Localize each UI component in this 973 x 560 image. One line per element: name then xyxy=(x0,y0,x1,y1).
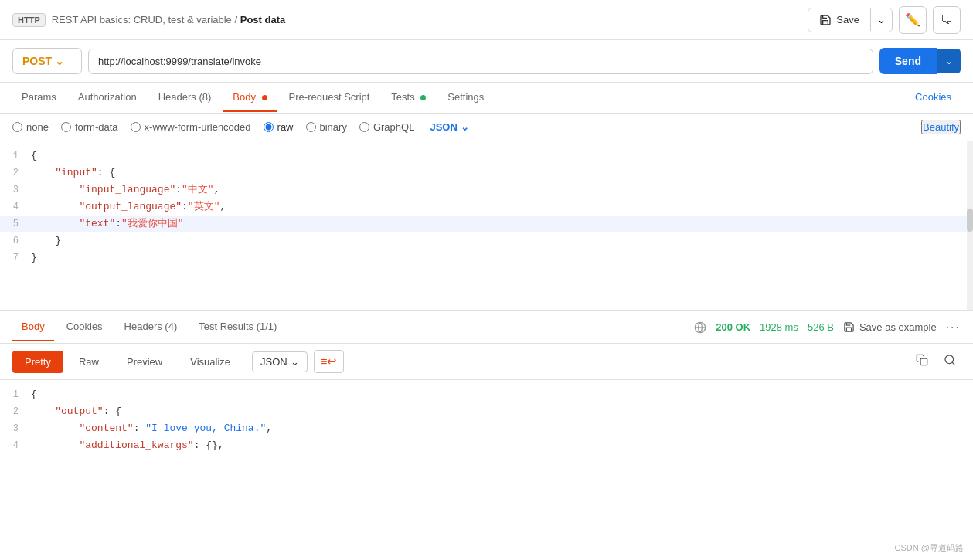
breadcrumb-sep: / xyxy=(234,14,240,25)
request-tabs: Params Authorization Headers (8) Body Pr… xyxy=(0,83,973,114)
send-button[interactable]: Send xyxy=(879,48,937,74)
method-selector[interactable]: POST ⌄ xyxy=(12,48,82,74)
resp-code-line-1: 1 { xyxy=(0,386,973,403)
http-badge: HTTP xyxy=(12,13,46,27)
response-tab-body[interactable]: Body xyxy=(12,313,54,341)
top-bar-right: Save ⌄ ✏️ 🗨 xyxy=(808,6,961,34)
response-panel: Body Cookies Headers (4) Test Results (1… xyxy=(0,311,973,473)
code-line-1: 1 { xyxy=(0,148,973,165)
save-example-label: Save as example xyxy=(859,321,937,333)
body-type-bar: none form-data x-www-form-urlencoded raw… xyxy=(0,114,973,141)
save-icon xyxy=(819,14,832,26)
body-type-none[interactable]: none xyxy=(12,121,49,133)
code-line-7: 7 } xyxy=(0,249,973,266)
resp-tab-raw[interactable]: Raw xyxy=(66,351,111,373)
request-body-editor[interactable]: 1 { 2 "input": { 3 "input_language":"中文"… xyxy=(0,141,973,311)
comment-icon: 🗨 xyxy=(941,13,953,27)
tab-headers[interactable]: Headers (8) xyxy=(149,83,221,112)
tab-authorization[interactable]: Authorization xyxy=(69,83,146,112)
top-bar-left: HTTP REST API basics: CRUD, test & varia… xyxy=(12,13,285,27)
breadcrumb-parent: REST API basics: CRUD, test & variable xyxy=(52,14,232,25)
body-type-form-data[interactable]: form-data xyxy=(61,121,118,133)
response-json-label: JSON xyxy=(260,356,287,368)
svg-line-4 xyxy=(952,362,954,365)
save-as-example-button[interactable]: Save as example xyxy=(843,321,937,333)
resp-code-line-3: 3 "content": "I love you, China.", xyxy=(0,420,973,437)
body-type-raw[interactable]: raw xyxy=(264,121,294,133)
tab-tests[interactable]: Tests xyxy=(382,83,435,112)
send-dropdown-button[interactable]: ⌄ xyxy=(937,49,961,73)
breadcrumb: REST API basics: CRUD, test & variable /… xyxy=(52,14,286,25)
save-example-icon xyxy=(843,321,855,333)
editor-scrollbar[interactable] xyxy=(967,141,973,310)
copy-response-button[interactable] xyxy=(911,351,933,372)
code-line-5: 5 "text":"我爱你中国" xyxy=(0,216,973,232)
wrap-button[interactable]: ≡↩ xyxy=(314,350,345,373)
response-time: 1928 ms xyxy=(760,321,798,333)
json-format-selector[interactable]: JSON ⌄ xyxy=(430,121,468,133)
json-chevron-icon: ⌄ xyxy=(461,121,469,133)
response-actions xyxy=(911,351,961,372)
body-type-urlencoded[interactable]: x-www-form-urlencoded xyxy=(131,121,251,133)
tab-cookies[interactable]: Cookies xyxy=(906,83,961,112)
code-line-4: 4 "output_language":"英文", xyxy=(0,199,973,216)
top-bar: HTTP REST API basics: CRUD, test & varia… xyxy=(0,0,973,40)
more-options-button[interactable]: ··· xyxy=(946,321,961,334)
response-body-viewer: 1 { 2 "output": { 3 "content": "I love y… xyxy=(0,380,973,473)
globe-icon xyxy=(694,321,706,334)
resp-code-line-2: 2 "output": { xyxy=(0,403,973,420)
url-bar: POST ⌄ Send ⌄ xyxy=(0,40,973,83)
response-view-toolbar: Pretty Raw Preview Visualize JSON ⌄ ≡↩ xyxy=(0,344,973,380)
resp-code-line-4: 4 "additional_kwargs": {}, xyxy=(0,437,973,454)
search-response-button[interactable] xyxy=(939,351,961,372)
response-tab-headers[interactable]: Headers (4) xyxy=(115,313,187,341)
editor-scrollbar-thumb[interactable] xyxy=(967,209,973,232)
method-label: POST xyxy=(22,55,52,67)
send-button-group: Send ⌄ xyxy=(879,48,961,74)
url-input[interactable] xyxy=(88,49,873,74)
tab-body[interactable]: Body xyxy=(223,83,276,112)
response-format-chevron: ⌄ xyxy=(291,356,299,368)
resp-tab-pretty[interactable]: Pretty xyxy=(12,351,63,373)
edit-icon: ✏️ xyxy=(905,12,920,27)
response-size: 526 B xyxy=(808,321,834,333)
response-tab-test-results[interactable]: Test Results (1/1) xyxy=(189,313,286,341)
tab-params[interactable]: Params xyxy=(12,83,66,112)
body-dot-indicator xyxy=(262,95,267,100)
wrap-icon: ≡↩ xyxy=(321,355,338,368)
tests-dot-indicator xyxy=(420,95,426,100)
response-format-selector[interactable]: JSON ⌄ xyxy=(252,351,308,372)
edit-button[interactable]: ✏️ xyxy=(899,6,927,34)
save-label: Save xyxy=(836,14,859,25)
save-dropdown-button[interactable]: ⌄ xyxy=(870,8,892,31)
svg-point-3 xyxy=(945,355,954,364)
search-icon xyxy=(944,354,956,366)
resp-tab-preview[interactable]: Preview xyxy=(114,351,175,373)
method-chevron-icon: ⌄ xyxy=(55,55,64,67)
save-button[interactable]: Save xyxy=(808,8,870,32)
code-line-2: 2 "input": { xyxy=(0,165,973,182)
response-meta: 200 OK 1928 ms 526 B Save as example ··· xyxy=(694,321,961,334)
code-line-3: 3 "input_language":"中文", xyxy=(0,182,973,199)
copy-icon xyxy=(916,354,928,366)
page-title: Post data xyxy=(240,14,286,25)
save-button-group: Save ⌄ xyxy=(808,8,893,32)
body-type-binary[interactable]: binary xyxy=(306,121,347,133)
response-tab-cookies[interactable]: Cookies xyxy=(57,313,112,341)
status-code: 200 OK xyxy=(716,321,750,333)
watermark: CSDN @寻道码路 xyxy=(895,542,964,554)
code-line-6: 6 } xyxy=(0,232,973,249)
comment-button[interactable]: 🗨 xyxy=(933,6,961,34)
json-label: JSON xyxy=(430,121,457,133)
tab-pre-request-script[interactable]: Pre-request Script xyxy=(280,83,379,112)
body-type-graphql[interactable]: GraphQL xyxy=(359,121,414,133)
beautify-button[interactable]: Beautify xyxy=(921,120,961,134)
resp-tab-visualize[interactable]: Visualize xyxy=(178,351,243,373)
tab-settings[interactable]: Settings xyxy=(438,83,493,112)
response-tabs: Body Cookies Headers (4) Test Results (1… xyxy=(0,311,973,344)
svg-rect-2 xyxy=(920,358,927,365)
